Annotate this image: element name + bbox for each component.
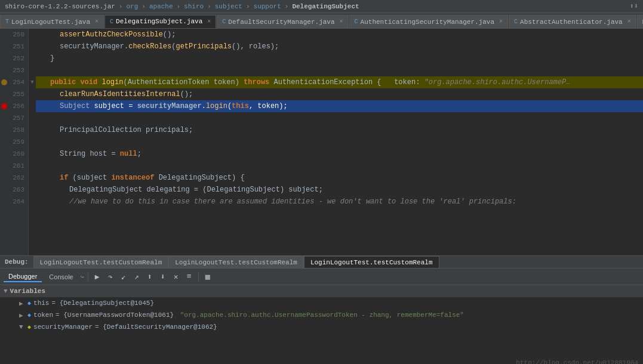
jar-name: shiro-core-1.2.2-sources.jar [5,3,115,10]
debugger-toolbar: Debugger Console ↪ ▶ ↷ ↙ ↗ ⬆ ⬇ ✕ ≡ ▦ [0,269,643,285]
variable-row-this: ▶ ◆ this = {DelegatingSubject@1045} [0,297,643,309]
variable-row-securitymanager: ▼ ◆ securityManager = {DefaultSecurityMa… [0,321,643,333]
var-type-icon: ◆ [27,311,31,319]
tab-abstract[interactable]: C AbstractAuthenticator.java × [509,15,636,28]
tab-close-icon[interactable]: × [499,18,503,25]
editor-area: 250 251 252 253 254 255 256 257 258 259 … [0,29,643,255]
tab-label: LoginLogoutTest.java [11,18,90,26]
resume-icon[interactable]: ▶ [92,272,103,282]
debugger-tab-button[interactable]: Debugger [4,272,42,282]
code-line-260: String host = null; [36,148,643,160]
file-icon: C [355,18,358,25]
calendar-icon[interactable]: ▦ [202,272,213,282]
file-icon: C [222,18,226,25]
code-line-258: PrincipalCollection principals; [36,124,643,136]
code-line-259 [36,136,643,148]
code-line-253 [36,64,643,76]
var-type-icon: ◆ [27,323,31,331]
step-out-icon[interactable]: ↗ [131,272,142,282]
variable-row-token: ▶ ◆ token = {UsernamePasswordToken@1061}… [0,309,643,321]
code-line-264: //we have to do this in case there are a… [36,196,643,208]
fold-gutter: ▼ [29,29,36,255]
tab-close-icon[interactable]: × [627,18,631,25]
code-line-254: public void login(AuthenticationToken to… [36,76,643,88]
expand-icon[interactable]: ▶ [19,300,25,307]
tab-close-icon[interactable]: × [95,18,99,25]
debug-label: Debug: [0,258,33,266]
expand-icon[interactable]: ▼ [19,323,25,331]
tab-more[interactable]: Mo [637,15,643,28]
step-over-icon[interactable]: ↷ [105,272,116,282]
variables-panel: ▼ Variables ▶ ◆ this = {DelegatingSubjec… [0,285,643,357]
collapse-icon[interactable]: ▼ [4,288,8,295]
evaluate-icon[interactable]: ⬇ [158,272,168,282]
code-line-256: Subject subject = securityManager.login(… [36,100,643,112]
tab-authenticating[interactable]: C AuthenticatingSecurityManager.java × [349,15,508,28]
code-content: assertAuthzCheckPossible(); securityMana… [36,29,643,255]
console-tab-button[interactable]: Console [44,272,78,282]
code-line-257 [36,112,643,124]
editor-tabs: T LoginLogoutTest.java × C DelegatingSub… [0,13,643,29]
nav-icon[interactable]: ⬆⬇ [630,2,638,11]
code-line-261 [36,160,643,172]
breadcrumb: shiro-core-1.2.2-sources.jar › org › apa… [5,3,359,10]
var-type-icon: ◆ [27,300,31,307]
title-bar: shiro-core-1.2.2-sources.jar › org › apa… [0,0,643,13]
code-line-250: assertAuthzCheckPossible(); [36,29,643,41]
debug-tabs-bar: Debug: LoginLogoutTest.testCustomRealm L… [0,255,643,269]
run-to-cursor-icon[interactable]: ⬆ [144,272,155,282]
tab-defaultsecurity[interactable]: C DefaultSecurityManager.java × [217,15,348,28]
code-line-251: securityManager.checkRoles(getPrincipals… [36,41,643,53]
variables-title: Variables [10,288,45,295]
tab-label: DefaultSecurityManager.java [228,18,334,26]
line-numbers: 250 251 252 253 254 255 256 257 258 259 … [0,29,29,255]
debug-tab-3[interactable]: LoginLogoutTest.testCustomRealm [304,256,439,268]
tab-label: AbstractAuthenticator.java [520,18,623,26]
tab-label: DelegatingSubject.java [116,18,202,25]
settings-icon[interactable]: ≡ [184,272,195,282]
tab-loginlogout1[interactable]: T LoginLogoutTest.java × [0,15,104,28]
variables-header: ▼ Variables [0,285,643,297]
file-icon: T [5,18,9,25]
tab-close-icon[interactable]: × [207,18,211,25]
code-line-252: } [36,53,643,64]
step-into-icon[interactable]: ↙ [118,272,129,282]
tab-label: AuthenticatingSecurityManager.java [361,18,494,26]
file-icon: C [110,18,113,25]
watermark: http://blog.csdn.net/u012881904 [516,359,638,364]
tab-close-icon[interactable]: × [340,18,343,25]
stop-icon[interactable]: ✕ [171,272,181,282]
expand-icon[interactable]: ▶ [19,311,25,319]
code-line-255: clearRunAsIdentitiesInternal(); [36,88,643,100]
file-icon: C [514,18,518,25]
code-line-262: if (subject instanceof DelegatingSubject… [36,172,643,184]
debug-tab-1[interactable]: LoginLogoutTest.testCustomRealm [33,256,169,268]
tab-delegating[interactable]: C DelegatingSubject.java × [104,15,216,28]
debug-tab-2[interactable]: LoginLogoutTest.testCustomRealm [168,256,304,268]
code-line-263: DelegatingSubject delegating = (Delegati… [36,184,643,196]
